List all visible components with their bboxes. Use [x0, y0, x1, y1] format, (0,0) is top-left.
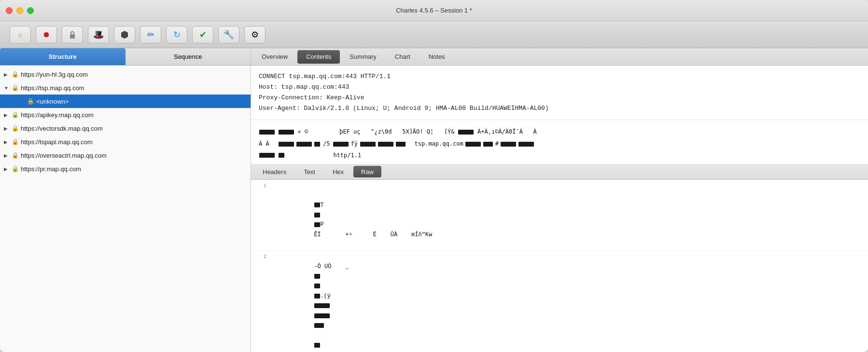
expand-arrow: ▶	[4, 126, 11, 131]
expand-arrow: ▶	[4, 166, 11, 172]
main-content: Structure Sequence ▶ 🔒 https://yun-hl.3g…	[0, 48, 868, 352]
binary-display: « © þEF uç "¿z\0d 5X]ÄO! Q¦ [Ý& À+À,ı©À/…	[251, 120, 868, 164]
lock-icon: 🔒	[12, 111, 19, 118]
lock-icon: 🔒	[12, 138, 19, 145]
subtab-hex[interactable]: Hex	[325, 166, 351, 177]
lock-icon	[68, 30, 77, 40]
cursor-tool-button[interactable]: ⬦	[10, 26, 31, 43]
tab-contents[interactable]: Contents	[297, 50, 340, 64]
binary-block	[333, 142, 349, 147]
close-button[interactable]	[6, 7, 13, 14]
lock-icon: 🔒	[12, 125, 19, 132]
record-button[interactable]: ⏺	[36, 26, 57, 43]
binary-block	[296, 142, 312, 147]
binary-block	[279, 130, 294, 135]
request-line-3: User-Agent: Dalvik/2.1.0 (Linux; U; Andr…	[259, 103, 860, 114]
sidebar-item-yun-hl[interactable]: ▶ 🔒 https://yun-hl.3g.qq.com	[0, 68, 251, 81]
lock-icon: 🔒	[12, 165, 19, 172]
binary-block	[360, 142, 376, 147]
tab-overview[interactable]: Overview	[253, 50, 296, 64]
lock-icon: 🔒	[12, 152, 19, 159]
ssl-proxy-button[interactable]	[62, 26, 83, 43]
right-panel: Overview Contents Summary Chart Notes CO…	[251, 48, 868, 352]
sidebar-item-label: https://pr.map.qq.com	[21, 165, 81, 173]
sub-tabs: Headers Text Hex Raw	[251, 164, 868, 180]
window-title: Charles 4.5.6 – Session 1 *	[396, 7, 472, 14]
request-info: CONNECT tsp.map.qq.com:443 HTTP/1.1 Host…	[251, 66, 868, 120]
svg-rect-0	[70, 34, 75, 39]
maximize-button[interactable]	[27, 7, 34, 14]
sidebar-item-vectorsdk[interactable]: ▶ 🔒 https://vectorsdk.map.qq.com	[0, 122, 251, 135]
expand-arrow: ▶	[4, 139, 11, 145]
binary-block	[279, 142, 294, 147]
tab-summary[interactable]: Summary	[341, 50, 385, 64]
stop-button[interactable]	[114, 26, 135, 43]
expand-arrow: ▶	[4, 153, 11, 158]
binary-block	[396, 142, 406, 147]
tab-notes[interactable]: Notes	[420, 50, 454, 64]
validate-button[interactable]: ✔	[192, 26, 213, 43]
binary-block	[314, 142, 320, 147]
sidebar-item-overseactrl[interactable]: ▶ 🔒 https://overseactrl.map.qq.com	[0, 149, 251, 162]
sidebar-list: ▶ 🔒 https://yun-hl.3g.qq.com ▼ 🔒 https:/…	[0, 66, 251, 352]
repeat-button[interactable]: ↻	[166, 26, 187, 43]
sidebar-item-tsp[interactable]: ▼ 🔒 https://tsp.map.qq.com	[0, 81, 251, 95]
row-content: -Ò UÒ _ .(ÿ #	[272, 252, 864, 352]
subtab-headers[interactable]: Headers	[255, 166, 294, 177]
sidebar-item-unknown[interactable]: 🔒 <unknown>	[0, 95, 251, 108]
tab-sequence[interactable]: Sequence	[126, 48, 251, 65]
expand-arrow: ▼	[4, 85, 11, 91]
lock-icon: 🔒	[27, 98, 34, 105]
sidebar-item-pr[interactable]: ▶ 🔒 https://pr.map.qq.com	[0, 162, 251, 176]
tab-chart[interactable]: Chart	[386, 50, 419, 64]
titlebar: Charles 4.5.6 – Session 1 *	[0, 0, 868, 21]
sidebar-item-label: https://yun-hl.3g.qq.com	[21, 71, 88, 78]
sidebar-item-tspapi[interactable]: ▶ 🔒 https://tspapi.map.qq.com	[0, 135, 251, 149]
sidebar-item-label: https://overseactrl.map.qq.com	[21, 152, 107, 159]
minimize-button[interactable]	[16, 7, 23, 14]
table-row: 2 -Ò UÒ _ .(ÿ	[251, 251, 868, 352]
row-number: 1	[255, 181, 266, 190]
tab-structure[interactable]: Structure	[0, 48, 126, 65]
sidebar-tabs: Structure Sequence	[0, 48, 251, 66]
table-row: 1 T P ÊÏ +÷ Ë ÛÀ mÍñ"Kw	[251, 180, 868, 251]
right-panel-tabs: Overview Contents Summary Chart Notes	[251, 48, 868, 66]
sidebar-item-label: https://vectorsdk.map.qq.com	[21, 125, 103, 132]
sidebar-item-label: https://tspapi.map.qq.com	[21, 138, 93, 146]
binary-block	[259, 153, 275, 158]
sidebar: Structure Sequence ▶ 🔒 https://yun-hl.3g…	[0, 48, 251, 352]
traffic-lights	[6, 7, 34, 14]
binary-block	[501, 142, 516, 147]
toolbar: ⬦ ⏺ 🎩 ✏ ↻ ✔ 🔧 ⚙	[0, 21, 868, 48]
hexagon-icon	[120, 30, 129, 39]
sidebar-item-label: https://tsp.map.qq.com	[21, 84, 84, 92]
data-rows: 1 T P ÊÏ +÷ Ë ÛÀ mÍñ"Kw 2 -Ò UÒ _	[251, 180, 868, 352]
row-number: 2	[255, 252, 266, 261]
throttle-button[interactable]: 🎩	[88, 26, 109, 43]
binary-block	[458, 130, 474, 135]
row-content: T P ÊÏ +÷ Ë ÛÀ mÍñ"Kw	[272, 181, 864, 250]
binary-block	[483, 142, 493, 147]
request-line-0: CONNECT tsp.map.qq.com:443 HTTP/1.1	[259, 71, 860, 82]
lock-icon: 🔒	[12, 84, 19, 91]
expand-arrow: ▶	[4, 72, 11, 77]
lock-icon: 🔒	[12, 71, 19, 78]
binary-block	[279, 153, 284, 158]
request-line-2: Proxy-Connection: Keep-Alive	[259, 93, 860, 103]
expand-arrow: ▶	[4, 112, 11, 118]
binary-block	[259, 130, 275, 135]
settings-button[interactable]: ⚙	[244, 26, 266, 43]
binary-block	[518, 142, 534, 147]
main-window: Charles 4.5.6 – Session 1 * ⬦ ⏺ 🎩 ✏ ↻ ✔ …	[0, 0, 868, 352]
breakpoints-button[interactable]: ✏	[140, 26, 161, 43]
subtab-raw[interactable]: Raw	[353, 166, 381, 177]
request-line-1: Host: tsp.map.qq.com:443	[259, 82, 860, 93]
sidebar-item-label: <unknown>	[36, 98, 69, 105]
subtab-text[interactable]: Text	[296, 166, 323, 177]
sidebar-item-apikey[interactable]: ▶ 🔒 https://apikey.map.qq.com	[0, 108, 251, 122]
sidebar-item-label: https://apikey.map.qq.com	[21, 111, 94, 119]
tools-button[interactable]: 🔧	[218, 26, 239, 43]
binary-block	[378, 142, 393, 147]
svg-marker-1	[121, 31, 128, 39]
binary-block	[465, 142, 481, 147]
